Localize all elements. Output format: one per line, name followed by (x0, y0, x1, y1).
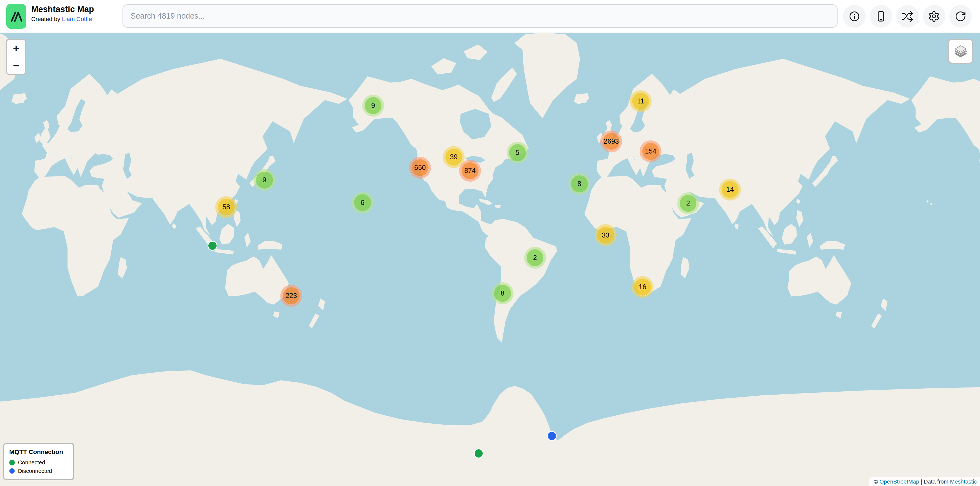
node-marker-disconnected[interactable] (547, 431, 557, 441)
cluster-marker[interactable]: 6 (352, 192, 374, 214)
info-button[interactable] (843, 5, 865, 27)
page-title: Meshtastic Map (31, 5, 94, 14)
refresh-button[interactable] (950, 5, 972, 27)
mqtt-legend: MQTT Connection Connected Disconnected (3, 443, 75, 481)
layers-icon (953, 44, 968, 59)
cluster-marker[interactable]: 650 (409, 157, 431, 179)
mobile-app-button[interactable] (870, 5, 892, 27)
cluster-marker[interactable]: 5 (507, 142, 528, 164)
world-map (0, 0, 980, 486)
smartphone-icon (875, 10, 887, 22)
cluster-marker[interactable]: 2 (524, 247, 546, 269)
connected-dot-icon (9, 460, 15, 465)
cluster-marker[interactable]: 8 (492, 282, 514, 304)
meshtastic-map-app: 911269315439650874582149586331628223 Mes… (0, 0, 980, 486)
subtitle: Created by Liam Cottle (31, 16, 94, 23)
author-link[interactable]: Liam Cottle (62, 16, 92, 22)
cluster-marker[interactable]: 58 (215, 196, 237, 218)
gear-icon (928, 10, 940, 22)
disconnected-dot-icon (9, 468, 15, 474)
zoom-out-button[interactable]: − (7, 57, 25, 73)
shuffle-icon (902, 10, 913, 22)
random-node-button[interactable] (896, 5, 919, 27)
cluster-marker[interactable]: 16 (632, 276, 654, 298)
zoom-control: + − (6, 39, 26, 75)
cluster-marker[interactable]: 2 (677, 192, 699, 214)
zoom-in-button[interactable]: + (7, 40, 25, 57)
search-input[interactable] (123, 5, 838, 28)
cluster-marker[interactable]: 9 (253, 169, 275, 191)
layers-control[interactable] (948, 39, 973, 64)
meshtastic-logo-icon (6, 4, 26, 29)
cluster-marker[interactable]: 8 (568, 173, 590, 195)
cluster-marker[interactable]: 9 (362, 95, 384, 116)
cluster-marker[interactable]: 33 (595, 224, 617, 246)
cluster-marker[interactable]: 11 (630, 90, 652, 112)
meshtastic-link[interactable]: Meshtastic (950, 478, 977, 484)
node-marker-connected[interactable] (474, 448, 484, 458)
legend-item-disconnected: Disconnected (9, 468, 68, 474)
map-attribution: © OpenStreetMap | Data from Meshtastic (869, 477, 980, 486)
cluster-marker[interactable]: 154 (640, 140, 662, 162)
info-icon (848, 10, 860, 22)
cluster-marker[interactable]: 874 (459, 160, 481, 182)
node-marker-connected[interactable] (208, 241, 217, 251)
cluster-marker[interactable]: 2693 (600, 131, 622, 153)
app-header: Meshtastic Map Created by Liam Cottle (0, 0, 980, 33)
legend-item-connected: Connected (9, 459, 68, 466)
settings-button[interactable] (923, 5, 945, 27)
cluster-marker[interactable]: 14 (719, 179, 741, 201)
map-canvas[interactable]: 911269315439650874582149586331628223 (0, 0, 980, 486)
refresh-icon (955, 10, 966, 22)
legend-title: MQTT Connection (9, 448, 68, 456)
osm-link[interactable]: OpenStreetMap (880, 478, 919, 484)
cluster-marker[interactable]: 223 (280, 285, 302, 307)
